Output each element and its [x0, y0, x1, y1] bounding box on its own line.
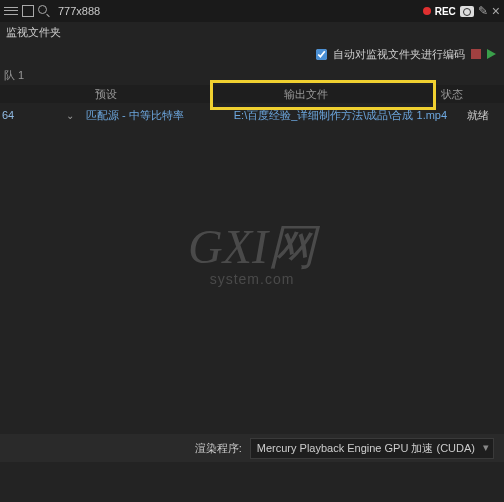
window-icon[interactable]	[22, 5, 34, 17]
camera-icon[interactable]	[460, 6, 474, 17]
column-preset: 预设	[6, 87, 206, 102]
column-status: 状态	[406, 87, 498, 102]
chevron-down-icon[interactable]: ⌄	[66, 110, 74, 121]
record-dot-icon	[423, 7, 431, 15]
column-header-row: 预设 输出文件 状态	[0, 85, 504, 103]
search-icon	[38, 5, 50, 17]
preset-link[interactable]: 匹配源 - 中等比特率	[86, 108, 184, 123]
queue-label: 队 1	[0, 66, 504, 85]
output-file-link[interactable]: E:\百度经验_详细制作方法\成品\合成 1.mp4	[234, 108, 447, 123]
stop-button[interactable]	[471, 49, 481, 59]
search-input[interactable]	[54, 3, 419, 19]
watermark-main: GXI网	[188, 215, 316, 279]
renderer-dropdown[interactable]: Mercury Playback Engine GPU 加速 (CUDA)	[250, 438, 494, 459]
status-text: 就绪	[467, 108, 489, 123]
bottom-panel	[0, 462, 504, 502]
column-output: 输出文件	[206, 87, 406, 102]
auto-encode-checkbox[interactable]	[316, 49, 327, 60]
renderer-label: 渲染程序:	[195, 441, 242, 456]
tab-watch-folder[interactable]: 监视文件夹	[6, 25, 61, 40]
table-row[interactable]: 64 ⌄ 匹配源 - 中等比特率 E:\百度经验_详细制作方法\成品\合成 1.…	[0, 103, 504, 127]
menu-icon[interactable]	[4, 4, 18, 18]
pencil-icon[interactable]: ✎	[478, 4, 488, 18]
auto-encode-label: 自动对监视文件夹进行编码	[333, 47, 465, 62]
play-button[interactable]	[487, 49, 496, 59]
watermark-sub: system.com	[188, 271, 316, 287]
close-icon[interactable]: ×	[492, 3, 500, 19]
row-number: 64	[0, 109, 18, 121]
record-label[interactable]: REC	[435, 6, 456, 17]
watermark: GXI网 system.com	[188, 215, 316, 287]
